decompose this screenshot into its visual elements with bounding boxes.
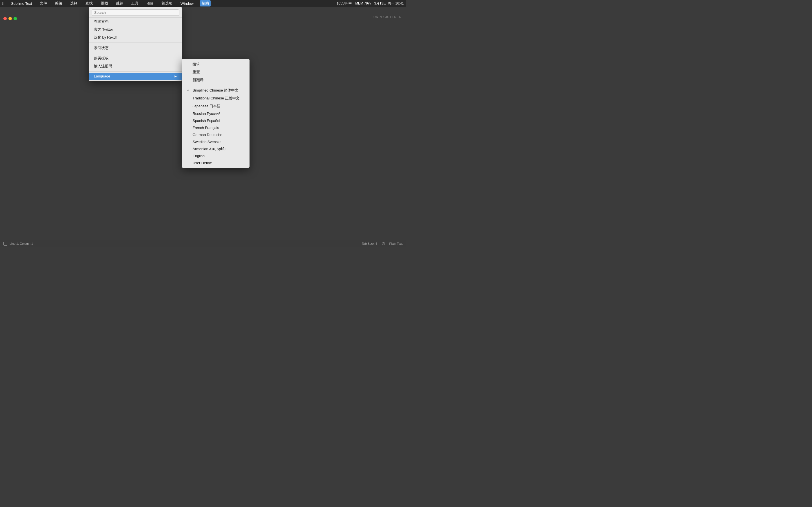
help-dropdown: 在线文档 官方 Twitter 汉化 by Rexdf 索引状态... 购买授权… [89, 7, 182, 81]
separator-2 [89, 53, 182, 53]
menubar-left:  Sublime Text 文件 编辑 选择 查找 视图 跳转 工具 项目 首… [2, 0, 211, 6]
close-button[interactable] [3, 17, 7, 20]
menu-sublime-text[interactable]: Sublime Text [9, 1, 34, 6]
submenu-swedish-label: Swedish Svenska [193, 140, 221, 144]
search-box [89, 8, 182, 18]
menu-find[interactable]: 查找 [84, 0, 94, 6]
submenu-traditional-chinese[interactable]: Traditional Chinese 正體中文 [182, 94, 250, 102]
submenu-new-translate-label: 新翻译 [193, 77, 204, 82]
submenu-simplified-chinese-label: Simplified Chinese 简体中文 [193, 88, 239, 93]
submenu-spanish-label: Spanish Español [193, 119, 220, 123]
check-icon: ✓ [187, 89, 191, 93]
menubar:  Sublime Text 文件 编辑 选择 查找 视图 跳转 工具 项目 首… [0, 0, 406, 7]
submenu-french[interactable]: French Français [182, 124, 250, 131]
unregistered-label: UNREGISTERED [373, 15, 402, 18]
statusbar-right: Tab Size: 4 统 Plain Text [362, 241, 403, 245]
menu-language[interactable]: Language ▶ [89, 73, 182, 80]
menu-buy[interactable]: 购买授权 [89, 54, 182, 62]
menu-window[interactable]: Window [179, 1, 195, 6]
menu-select[interactable]: 选择 [68, 0, 79, 6]
traffic-lights [3, 17, 17, 20]
submenu-new-translate[interactable]: 新翻译 [182, 76, 250, 84]
statusbar-left: Line 1, Column 1 [3, 242, 33, 245]
submenu-user-define-label: User Define [193, 161, 212, 165]
search-input[interactable] [92, 9, 179, 16]
cursor-position[interactable]: Line 1, Column 1 [10, 242, 33, 245]
submenu-english[interactable]: English [182, 152, 250, 159]
submenu-separator-1 [182, 85, 250, 86]
menu-file[interactable]: 文件 [38, 0, 49, 6]
statusbar: Line 1, Column 1 Tab Size: 4 统 Plain Tex… [0, 240, 406, 247]
menu-edit[interactable]: 编辑 [53, 0, 64, 6]
menu-twitter[interactable]: 官方 Twitter [89, 25, 182, 34]
menu-help[interactable]: 帮助 [200, 0, 211, 6]
submenu-user-define[interactable]: User Define [182, 159, 250, 166]
menu-tools[interactable]: 工具 [130, 0, 140, 6]
submenu-russian[interactable]: Russian Русский [182, 110, 250, 117]
menu-view[interactable]: 视图 [99, 0, 110, 6]
memory-usage: MEM 79% [355, 1, 371, 5]
datetime: 3月13日 周一 16:41 [374, 1, 404, 6]
menu-translate[interactable]: 汉化 by Rexdf [89, 34, 182, 41]
apple-menu[interactable]:  [2, 1, 4, 6]
menu-index[interactable]: 索引状态... [89, 44, 182, 52]
submenu-french-label: French Français [193, 126, 219, 130]
language-label: Language [94, 74, 110, 78]
encoding[interactable]: 统 [382, 241, 385, 245]
submenu-traditional-chinese-label: Traditional Chinese 正體中文 [193, 96, 240, 101]
submenu-japanese[interactable]: Japanese 日本語 [182, 102, 250, 110]
tab-size[interactable]: Tab Size: 4 [362, 242, 377, 245]
menu-goto[interactable]: 跳转 [114, 0, 125, 6]
submenu-german-label: German Deutsche [193, 133, 222, 137]
submenu-armenian-label: Armenian Հայերեն [193, 147, 225, 151]
submenu-armenian[interactable]: Armenian Հայերեն [182, 145, 250, 152]
main-area: UNREGISTERED 在线文档 官方 Twitter 汉化 by Rexdf… [0, 7, 406, 247]
submenu-edit[interactable]: 编辑 [182, 60, 250, 68]
submenu-german[interactable]: German Deutsche [182, 131, 250, 138]
menu-project[interactable]: 项目 [145, 0, 155, 6]
language-submenu: 编辑 重置 新翻译 ✓ Simplified Chinese 简体中文 Trad… [182, 59, 250, 168]
menubar-right: 1055字 中 MEM 79% 3月13日 周一 16:41 [337, 1, 404, 6]
submenu-english-label: English [193, 154, 205, 158]
chevron-right-icon: ▶ [174, 75, 177, 78]
submenu-spanish[interactable]: Spanish Español [182, 117, 250, 124]
menu-preferences[interactable]: 首选项 [160, 0, 174, 6]
submenu-reset[interactable]: 重置 [182, 68, 250, 76]
separator-1 [89, 43, 182, 43]
statusbar-icon [3, 242, 7, 245]
menu-register[interactable]: 输入注册码 [89, 62, 182, 70]
submenu-swedish[interactable]: Swedish Svenska [182, 138, 250, 145]
submenu-russian-label: Russian Русский [193, 112, 220, 116]
submenu-simplified-chinese[interactable]: ✓ Simplified Chinese 简体中文 [182, 87, 250, 94]
menu-online-docs[interactable]: 在线文档 [89, 18, 182, 25]
submenu-japanese-label: Japanese 日本語 [193, 104, 220, 109]
minimize-button[interactable] [8, 17, 12, 20]
fullscreen-button[interactable] [13, 17, 17, 20]
submenu-reset-label: 重置 [193, 69, 200, 75]
word-count: 1055字 中 [337, 1, 352, 6]
submenu-edit-label: 编辑 [193, 62, 200, 67]
syntax[interactable]: Plain Text [389, 242, 403, 245]
